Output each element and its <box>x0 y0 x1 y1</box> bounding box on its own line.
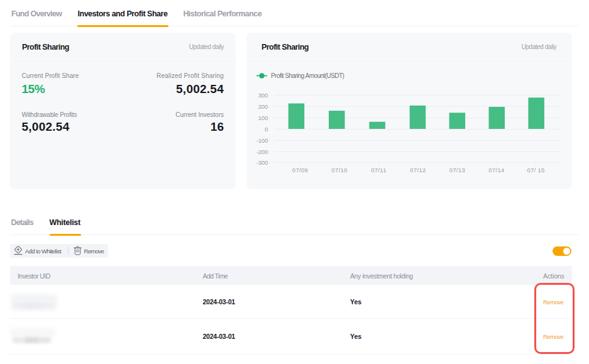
svg-text:300: 300 <box>258 92 268 99</box>
svg-text:07/12: 07/12 <box>410 167 426 174</box>
svg-text:07/11: 07/11 <box>371 167 387 174</box>
svg-text:07/13: 07/13 <box>449 167 465 174</box>
svg-text:-200: -200 <box>256 148 268 155</box>
svg-text:07/09: 07/09 <box>292 167 308 174</box>
svg-text:0: 0 <box>265 126 268 133</box>
svg-text:-100: -100 <box>256 137 268 144</box>
svg-text:100: 100 <box>258 114 268 121</box>
svg-text:07/14: 07/14 <box>488 167 504 174</box>
svg-text:200: 200 <box>258 103 268 110</box>
svg-text:07/ 15: 07/ 15 <box>527 167 544 174</box>
svg-text:07/10: 07/10 <box>331 167 347 174</box>
svg-text:-300: -300 <box>256 159 268 166</box>
